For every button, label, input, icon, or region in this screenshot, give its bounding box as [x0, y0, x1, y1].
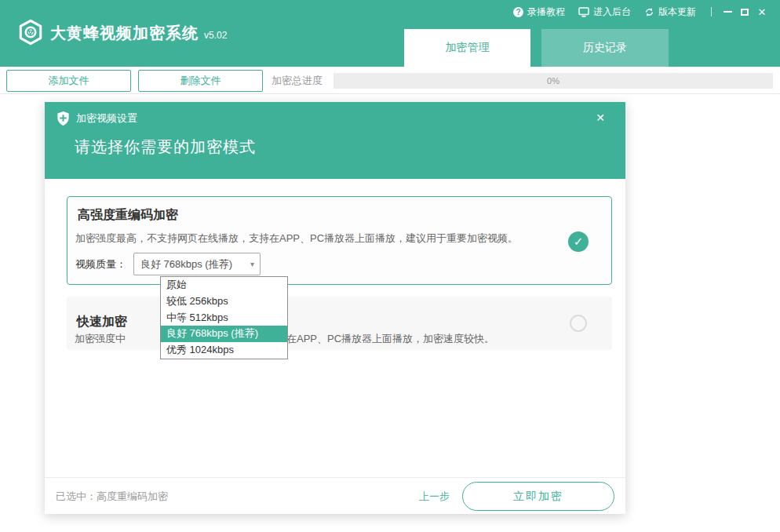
window-controls-divider	[711, 7, 712, 16]
tutorial-label: 录播教程	[527, 5, 565, 19]
monitor-icon	[578, 7, 589, 17]
quality-option[interactable]: 中等 512kbps	[161, 310, 287, 326]
option-radio-unchecked[interactable]	[570, 315, 587, 332]
maximize-icon	[741, 9, 749, 16]
close-button[interactable]: ✕	[753, 5, 771, 19]
refresh-icon	[644, 7, 654, 17]
tutorial-link[interactable]: ? 录播教程	[513, 5, 565, 19]
app-title: 大黄蜂视频加密系统v5.02	[50, 22, 227, 44]
delete-file-button[interactable]: 删除文件	[138, 70, 263, 92]
chevron-down-icon: ▾	[250, 253, 254, 275]
dialog-heading: 请选择你需要的加密模式	[75, 137, 256, 158]
dialog-close-icon[interactable]: ✕	[592, 110, 608, 126]
encrypt-now-button[interactable]: 立即加密	[462, 482, 614, 511]
quality-option[interactable]: 原始	[161, 277, 287, 293]
progress-label: 加密总进度	[272, 67, 323, 94]
minimize-button[interactable]	[719, 5, 736, 19]
quality-dropdown-list: 原始 较低 256kbps 中等 512kbps 良好 768kbps (推荐)…	[160, 276, 288, 359]
app-version: v5.02	[204, 30, 227, 41]
option-title: 高强度重编码加密	[78, 207, 178, 224]
option-fast-encrypt[interactable]: 快速加密 加密强度中 支持在APP、PC播放器上面播放，加密速度较快。	[67, 297, 612, 350]
tab-encryption-management[interactable]: 加密管理	[404, 29, 530, 67]
back-step-link[interactable]: 上一步	[419, 478, 450, 515]
dialog-title: 加密视频设置	[76, 111, 137, 126]
selected-mode-text: 已选中：高度重编码加密	[56, 478, 168, 515]
backend-link[interactable]: 进入后台	[578, 5, 631, 19]
help-icon: ?	[513, 7, 523, 17]
option-description-left: 加密强度中	[75, 332, 126, 346]
quality-label: 视频质量：	[75, 253, 126, 275]
shield-plus-icon	[56, 111, 71, 126]
maximize-button[interactable]	[736, 5, 753, 19]
update-link[interactable]: 版本更新	[644, 5, 696, 19]
quality-option[interactable]: 较低 256kbps	[161, 293, 287, 310]
option-description-right: 支持在APP、PC播放器上面播放，加密速度较快。	[266, 332, 494, 346]
add-file-button[interactable]: 添加文件	[6, 70, 131, 92]
minimize-icon	[724, 11, 732, 13]
progress-percent: 0%	[334, 73, 773, 89]
backend-label: 进入后台	[593, 5, 631, 19]
update-label: 版本更新	[658, 5, 696, 19]
option-selected-check-icon[interactable]: ✓	[568, 231, 589, 252]
total-progress-bar: 0%	[334, 73, 773, 89]
dialog-header: 加密视频设置 ✕ 请选择你需要的加密模式	[45, 102, 625, 179]
dialog-footer: 已选中：高度重编码加密 上一步 立即加密	[45, 477, 625, 514]
title-bar: 大黄蜂视频加密系统v5.02 ? 录播教程 进入后台 版本更新 ✕	[0, 0, 780, 67]
title-bar-menu: ? 录播教程 进入后台 版本更新 ✕	[513, 4, 771, 20]
quality-selected-value: 良好 768kbps (推荐)	[140, 253, 232, 275]
encryption-settings-dialog: 加密视频设置 ✕ 请选择你需要的加密模式 高强度重编码加密 加密强度最高，不支持…	[45, 102, 625, 514]
quality-dropdown[interactable]: 良好 768kbps (推荐) ▾	[133, 253, 261, 275]
option-description: 加密强度最高，不支持网页在线播放，支持在APP、PC播放器上面播放，建议用于重要…	[75, 231, 518, 246]
app-logo-icon	[17, 19, 44, 46]
tab-history[interactable]: 历史记录	[541, 29, 669, 67]
quality-option-highlighted[interactable]: 良好 768kbps (推荐)	[161, 326, 287, 342]
quality-option[interactable]: 优秀 1024kbps	[161, 342, 287, 359]
option-title: 快速加密	[77, 314, 127, 330]
option-high-strength[interactable]: 高强度重编码加密 加密强度最高，不支持网页在线播放，支持在APP、PC播放器上面…	[67, 196, 612, 285]
toolbar: 添加文件 删除文件 加密总进度 0%	[0, 67, 780, 94]
